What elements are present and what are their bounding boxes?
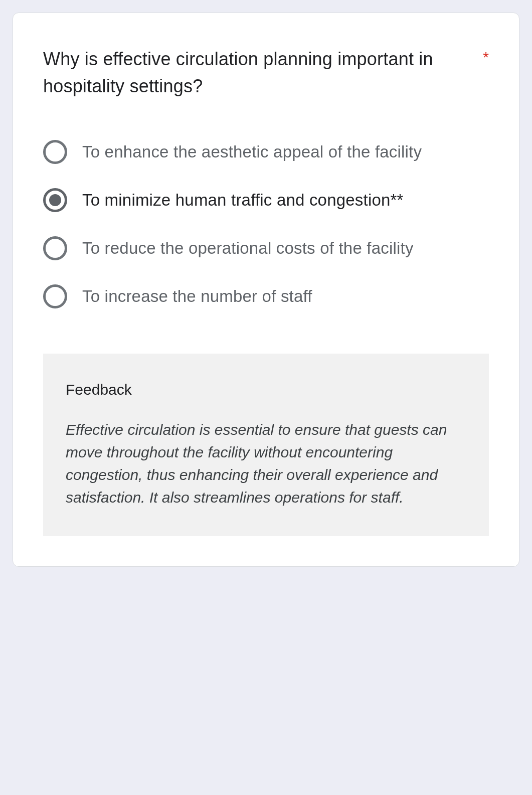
option-label: To enhance the aesthetic appeal of the f… bbox=[82, 140, 489, 164]
option-row-3[interactable]: To increase the number of staff bbox=[43, 284, 489, 308]
radio-icon bbox=[43, 236, 67, 260]
options-list: To enhance the aesthetic appeal of the f… bbox=[43, 140, 489, 308]
question-header: Why is effective circulation planning im… bbox=[43, 46, 489, 100]
option-label: To minimize human traffic and congestion… bbox=[82, 189, 489, 212]
question-text: Why is effective circulation planning im… bbox=[43, 46, 473, 100]
option-row-2[interactable]: To reduce the operational costs of the f… bbox=[43, 236, 489, 260]
feedback-text: Effective circulation is essential to en… bbox=[66, 418, 466, 509]
radio-icon bbox=[43, 140, 67, 164]
option-row-1[interactable]: To minimize human traffic and congestion… bbox=[43, 188, 489, 212]
feedback-box: Feedback Effective circulation is essent… bbox=[43, 354, 489, 536]
option-label: To increase the number of staff bbox=[82, 285, 489, 308]
radio-icon bbox=[43, 188, 67, 212]
feedback-title: Feedback bbox=[66, 381, 466, 398]
required-indicator: * bbox=[483, 50, 489, 65]
option-row-0[interactable]: To enhance the aesthetic appeal of the f… bbox=[43, 140, 489, 164]
radio-icon bbox=[43, 284, 67, 308]
option-label: To reduce the operational costs of the f… bbox=[82, 237, 489, 260]
question-card: Why is effective circulation planning im… bbox=[13, 13, 519, 567]
